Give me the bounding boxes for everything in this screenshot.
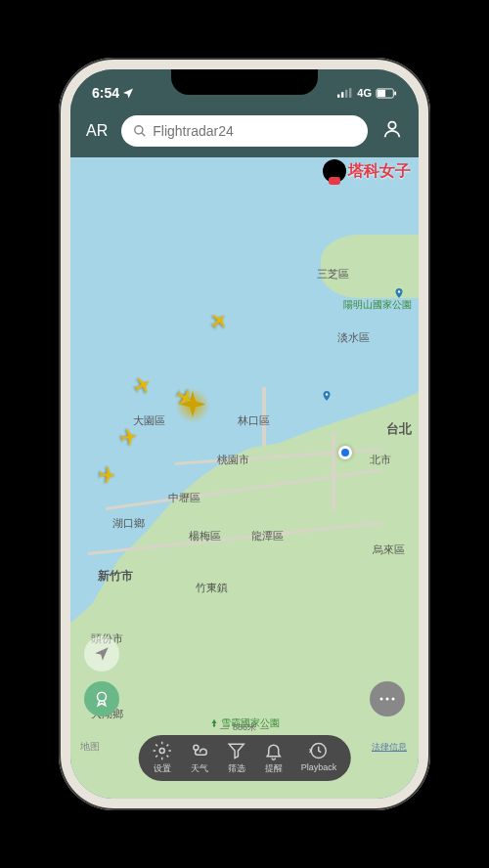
weather-button[interactable]: 天气 bbox=[190, 741, 209, 775]
playback-label: Playback bbox=[301, 762, 337, 772]
app-header: AR bbox=[70, 108, 419, 157]
map-label-city: 新竹市 bbox=[98, 568, 133, 585]
search-bar[interactable] bbox=[121, 115, 368, 147]
filter-button[interactable]: 筛选 bbox=[227, 741, 246, 775]
map-label-city: 台北 bbox=[386, 420, 412, 438]
map-label: 竹東鎮 bbox=[196, 581, 228, 595]
svg-rect-1 bbox=[341, 92, 343, 98]
playback-button[interactable]: Playback bbox=[301, 741, 337, 775]
achievement-button[interactable] bbox=[84, 681, 119, 716]
map-pin-icon[interactable] bbox=[393, 285, 405, 297]
svg-point-12 bbox=[98, 692, 107, 701]
weather-label: 天气 bbox=[191, 762, 208, 775]
search-input[interactable] bbox=[153, 123, 356, 139]
alerts-button[interactable]: 提醒 bbox=[264, 741, 284, 775]
svg-line-8 bbox=[142, 133, 146, 137]
filter-label: 筛选 bbox=[228, 762, 245, 775]
search-icon bbox=[133, 124, 147, 138]
map-attribution: 地图 bbox=[80, 740, 100, 754]
svg-point-17 bbox=[194, 745, 199, 750]
svg-point-11 bbox=[326, 393, 329, 396]
ar-button[interactable]: AR bbox=[82, 118, 111, 144]
ribbon-icon bbox=[93, 690, 111, 708]
map-label: 烏來區 bbox=[373, 542, 405, 557]
status-time: 6:54 bbox=[92, 85, 119, 101]
map-pin-icon[interactable] bbox=[321, 388, 333, 400]
svg-point-16 bbox=[159, 749, 164, 754]
more-button[interactable] bbox=[370, 681, 405, 716]
phone-screen: 6:54 4G AR bbox=[70, 69, 419, 799]
signal-icon bbox=[337, 88, 353, 98]
aircraft-icon[interactable] bbox=[117, 425, 140, 448]
profile-button[interactable] bbox=[378, 114, 407, 148]
aircraft-icon[interactable] bbox=[98, 464, 119, 486]
svg-point-10 bbox=[398, 290, 401, 293]
map-label: 楊梅區 bbox=[189, 529, 221, 543]
map-label: 三芝區 bbox=[317, 267, 349, 282]
map-label: 桃園市 bbox=[217, 453, 249, 467]
map-label: 龍潭區 bbox=[251, 529, 284, 543]
svg-point-14 bbox=[386, 698, 389, 701]
watermark-text: 塔科女子 bbox=[348, 161, 411, 182]
funnel-icon bbox=[227, 741, 246, 760]
ellipsis-icon bbox=[378, 696, 396, 702]
map-label: 林口區 bbox=[238, 413, 270, 428]
map-background bbox=[70, 157, 419, 799]
map-label: 北市 bbox=[370, 453, 391, 467]
watermark: 塔科女子 bbox=[323, 159, 411, 183]
map-label: 中壢區 bbox=[168, 491, 200, 505]
location-arrow-icon bbox=[122, 87, 134, 99]
battery-icon bbox=[376, 88, 397, 99]
alerts-label: 提醒 bbox=[265, 762, 283, 775]
svg-rect-0 bbox=[337, 95, 339, 98]
map-label: 湖口鄉 bbox=[112, 516, 145, 531]
svg-point-7 bbox=[135, 126, 143, 134]
settings-label: 设置 bbox=[154, 762, 171, 775]
map-label-park: 陽明山國家公園 bbox=[343, 298, 412, 312]
legal-link[interactable]: 法律信息 bbox=[372, 741, 407, 754]
bell-icon bbox=[264, 741, 284, 760]
map-scale: —886米— bbox=[220, 721, 269, 734]
user-icon bbox=[381, 118, 403, 140]
compass-button[interactable] bbox=[84, 636, 119, 672]
weather-icon bbox=[190, 741, 209, 760]
svg-point-15 bbox=[392, 698, 395, 701]
svg-rect-5 bbox=[378, 89, 385, 96]
svg-point-13 bbox=[380, 698, 383, 701]
bottom-toolbar: 设置 天气 筛选 提醒 Playback bbox=[139, 735, 351, 781]
clock-icon bbox=[309, 741, 329, 760]
map-area[interactable]: 塔科女子 三芝區 陽明山國家公園 淡水區 大園區 林口區 桃園市 台北 北市 中… bbox=[70, 157, 419, 799]
svg-point-9 bbox=[388, 122, 395, 129]
notch bbox=[171, 69, 318, 95]
svg-rect-3 bbox=[349, 88, 351, 98]
watermark-avatar-icon bbox=[323, 159, 346, 183]
settings-button[interactable]: 设置 bbox=[153, 741, 172, 775]
map-label: 大園區 bbox=[133, 413, 165, 428]
phone-frame: 6:54 4G AR bbox=[59, 58, 430, 810]
compass-icon bbox=[93, 645, 111, 663]
svg-rect-2 bbox=[345, 90, 347, 98]
tree-icon bbox=[209, 718, 219, 728]
svg-rect-6 bbox=[394, 91, 396, 95]
network-label: 4G bbox=[357, 87, 372, 99]
map-label: 淡水區 bbox=[337, 330, 370, 345]
gear-icon bbox=[153, 741, 172, 760]
